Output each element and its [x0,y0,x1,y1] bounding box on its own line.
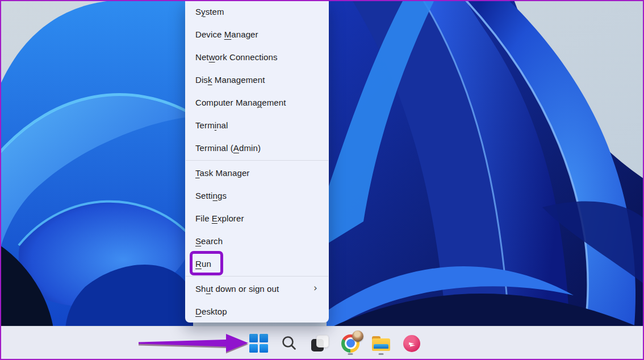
menu-item-computer-management[interactable]: Computer Management [185,91,329,114]
menu-item-terminal[interactable]: Terminal [185,114,329,136]
menu-item-label: Computer Management [195,98,286,107]
menu-item-label: Device Manager [195,30,258,39]
running-indicator [379,353,384,355]
menu-item-shut-down-or-sign-out[interactable]: Shut down or sign out› [185,277,329,300]
taskbar-icon-row [248,326,423,360]
menu-item-label: Settings [195,191,227,200]
menu-item-run[interactable]: Run [185,252,329,275]
menu-item-label: System [195,7,224,16]
menu-item-label: Terminal (Admin) [195,143,261,153]
taskbar-search-button[interactable] [278,330,300,357]
taskbar-chrome-button[interactable] [340,330,361,357]
menu-item-label: Network Connections [195,52,278,62]
taskbar [0,326,644,360]
desktop: SystemDevice ManagerNetwork ConnectionsD… [0,0,644,360]
search-icon [281,334,298,352]
taskbar-file-explorer-button[interactable] [370,330,392,357]
menu-item-network-connections[interactable]: Network Connections [185,45,329,68]
menu-item-terminal-admin[interactable]: Terminal (Admin) [185,136,329,159]
menu-item-search[interactable]: Search [185,229,329,252]
file-explorer-icon [371,335,391,352]
skitch-icon [403,335,420,352]
menu-item-device-manager[interactable]: Device Manager [185,23,329,45]
taskbar-skitch-button[interactable] [401,330,423,357]
menu-item-system[interactable]: System [185,0,329,23]
chrome-icon [341,334,359,353]
windows-logo-icon [249,334,268,353]
taskbar-start-button[interactable] [248,330,269,357]
menu-item-label: File Explorer [195,214,244,223]
menu-item-label: Run [195,259,211,269]
menu-item-label: Disk Management [195,75,265,85]
menu-item-label: Desktop [195,307,227,316]
profile-avatar [352,330,363,342]
menu-item-label: Shut down or sign out [195,284,279,294]
context-menu: SystemDevice ManagerNetwork ConnectionsD… [185,0,329,323]
running-indicator [348,353,353,355]
taskbar-task-view-button[interactable] [309,330,331,357]
chevron-right-icon: › [313,283,317,293]
menu-item-task-manager[interactable]: Task Manager [185,161,329,184]
menu-item-settings[interactable]: Settings [185,184,329,207]
menu-item-disk-management[interactable]: Disk Management [185,68,329,91]
menu-item-label: Terminal [195,120,228,130]
menu-item-label: Task Manager [195,168,249,178]
task-view-icon [311,334,329,352]
menu-item-desktop[interactable]: Desktop [185,300,329,323]
menu-item-label: Search [195,236,223,246]
menu-item-file-explorer[interactable]: File Explorer [185,207,329,229]
